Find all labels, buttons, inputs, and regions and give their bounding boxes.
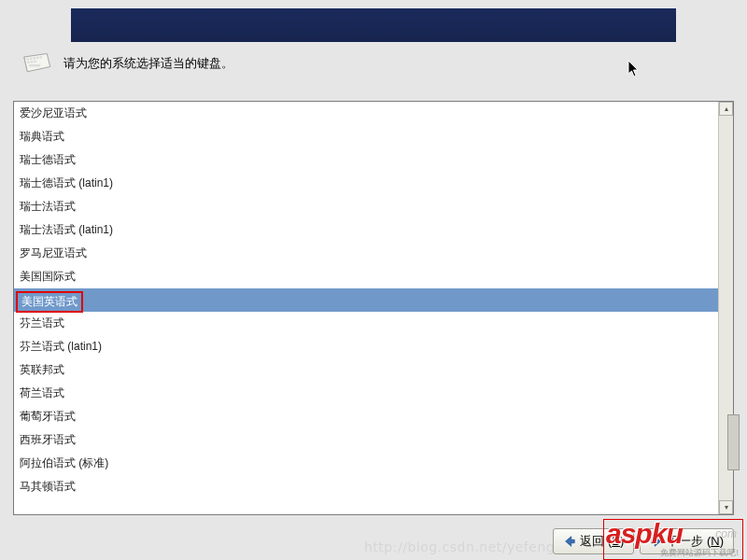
list-item[interactable]: 西班牙语式	[14, 428, 718, 452]
svg-rect-6	[31, 61, 34, 63]
list-item[interactable]: 马其顿语式	[14, 475, 718, 498]
svg-rect-7	[34, 61, 36, 63]
list-item[interactable]: 阿拉伯语式 (标准)	[14, 452, 718, 475]
back-label: 返回 (B)	[580, 533, 624, 550]
svg-rect-3	[36, 57, 39, 60]
svg-rect-2	[33, 57, 35, 60]
list-item[interactable]: 瑞士德语式 (latin1)	[14, 172, 718, 195]
navigation-buttons: 返回 (B) 下一步 (N)	[553, 528, 734, 554]
scroll-thumb[interactable]	[727, 414, 740, 470]
keyboard-icon	[19, 50, 52, 77]
scrollbar-vertical[interactable]: ▴ ▾	[718, 102, 733, 514]
next-button[interactable]: 下一步 (N)	[640, 528, 734, 554]
svg-rect-5	[27, 61, 30, 63]
list-item[interactable]: 瑞典语式	[14, 125, 718, 148]
list-item[interactable]: 美国英语式	[14, 288, 718, 312]
next-label: 下一步 (N)	[667, 533, 724, 550]
arrow-left-icon	[563, 535, 576, 548]
prompt-text: 请为您的系统选择适当的键盘。	[63, 55, 233, 72]
keyboard-listbox[interactable]: 爱沙尼亚语式瑞典语式瑞士德语式瑞士德语式 (latin1)瑞士法语式瑞士法语式 …	[13, 101, 734, 515]
scroll-down-button[interactable]: ▾	[719, 500, 733, 514]
installer-banner	[71, 8, 676, 42]
watermark-url: http://blog.csdn.net/yefeng	[364, 539, 555, 554]
list-item[interactable]: 瑞士法语式 (latin1)	[14, 218, 718, 242]
list-item[interactable]: 芬兰语式	[14, 312, 718, 335]
prompt-row: 请为您的系统选择适当的键盘。	[19, 50, 233, 77]
list-item[interactable]: 葡萄牙语式	[14, 405, 718, 428]
list-item[interactable]: 美国国际式	[14, 265, 718, 288]
list-item[interactable]: 英联邦式	[14, 358, 718, 382]
svg-rect-4	[39, 56, 42, 59]
list-item[interactable]: 瑞士德语式	[14, 148, 718, 172]
svg-rect-1	[30, 57, 33, 60]
svg-rect-8	[29, 64, 40, 67]
cursor-icon	[627, 60, 641, 78]
svg-rect-0	[26, 58, 29, 61]
arrow-right-icon	[650, 535, 663, 548]
list-item[interactable]: 芬兰语式 (latin1)	[14, 335, 718, 358]
list-item[interactable]: 爱沙尼亚语式	[14, 102, 718, 125]
list-item[interactable]: 瑞士法语式	[14, 195, 718, 218]
list-item[interactable]: 罗马尼亚语式	[14, 242, 718, 265]
list-item[interactable]: 荷兰语式	[14, 382, 718, 405]
back-button[interactable]: 返回 (B)	[553, 528, 634, 554]
scroll-up-button[interactable]: ▴	[719, 102, 733, 116]
